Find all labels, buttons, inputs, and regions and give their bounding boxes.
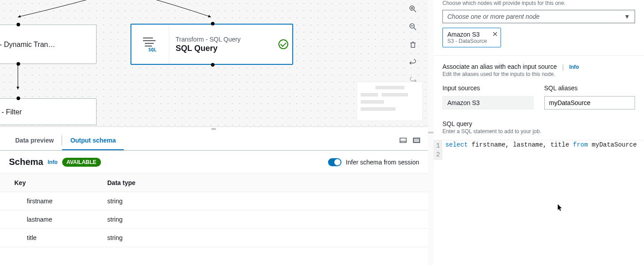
node-subtitle: Transform - SQL Query	[176, 36, 268, 43]
sql-transform-icon: SQL	[131, 25, 169, 64]
node-title: form - Filter	[0, 108, 90, 116]
alias-desc: Edit the aliases used for the inputs to …	[442, 71, 635, 77]
properties-panel: Choose which nodes will provide inputs f…	[434, 0, 644, 265]
zoom-out-icon[interactable]	[407, 21, 419, 33]
svg-rect-16	[413, 138, 420, 143]
bottom-panel: Data preview Output schema Schema Info A…	[0, 130, 428, 265]
chip-title: Amazon S3	[447, 31, 487, 38]
mouse-cursor-icon	[558, 204, 563, 211]
close-icon[interactable]: ✕	[492, 30, 498, 38]
input-source-field	[442, 96, 534, 109]
info-link[interactable]: Info	[569, 64, 579, 70]
info-link[interactable]: Info	[48, 159, 58, 165]
sql-query-title: SQL query	[442, 120, 635, 127]
chip-subtitle: S3 - DataSource	[447, 38, 487, 44]
horizontal-resize-handle[interactable]: ═	[0, 127, 428, 130]
node-filter[interactable]: form - Filter	[0, 98, 97, 125]
undo-icon[interactable]	[407, 56, 419, 69]
svg-line-11	[414, 28, 416, 30]
infer-schema-toggle[interactable]	[328, 158, 341, 166]
node-title: orm - Dynamic Tran…	[0, 41, 90, 49]
tab-data-preview[interactable]: Data preview	[7, 130, 62, 150]
node-sql-query[interactable]: SQL Transform - SQL Query SQL Query	[130, 24, 293, 65]
expand-icon[interactable]	[412, 136, 421, 145]
canvas-toolbar	[407, 0, 423, 87]
vertical-resize-handle[interactable]: ║	[428, 0, 434, 265]
table-row: lastname string	[0, 210, 428, 229]
node-title: SQL Query	[176, 44, 268, 53]
line-gutter: 1 2	[434, 140, 442, 160]
svg-rect-13	[400, 138, 406, 143]
status-badge: AVAILABLE	[62, 158, 101, 167]
svg-line-7	[414, 10, 416, 12]
alias-title: Associate an alias with each input sourc…	[442, 63, 557, 70]
chevron-down-icon: ▼	[624, 13, 630, 20]
status-ok-icon	[274, 39, 292, 49]
input-sources-label: Input sources	[442, 84, 534, 92]
sql-alias-field[interactable]	[544, 96, 636, 109]
sql-editor[interactable]: 1 2 select firstname, lastname, title fr…	[434, 140, 644, 160]
parent-node-select[interactable]: Choose one or more parent node ▼	[442, 10, 635, 23]
delete-icon[interactable]	[407, 38, 419, 51]
toggle-label: Infer schema from session	[346, 159, 419, 166]
node-dynamic-transform[interactable]: orm - Dynamic Tran…	[0, 25, 97, 64]
parent-nodes-desc: Choose which nodes will provide inputs f…	[442, 0, 635, 6]
minimap[interactable]	[357, 82, 423, 121]
collapse-icon[interactable]	[399, 136, 408, 145]
sql-query-desc: Enter a SQL statement to add to your job…	[442, 128, 635, 135]
code-content[interactable]: select firstname, lastname, title from m…	[442, 140, 640, 160]
svg-text:SQL: SQL	[148, 47, 156, 52]
parent-chip: Amazon S3 S3 - DataSource ✕	[442, 28, 501, 47]
col-datatype: Data type	[98, 174, 428, 192]
schema-title: Schema	[9, 157, 43, 167]
schema-table: Key Data type firstname string lastname …	[0, 173, 428, 247]
sql-aliases-label: SQL aliases	[544, 84, 636, 92]
zoom-in-icon[interactable]	[407, 3, 419, 15]
col-key: Key	[0, 174, 98, 192]
table-row: title string	[0, 229, 428, 247]
table-row: firstname string	[0, 192, 428, 210]
tab-output-schema[interactable]: Output schema	[62, 130, 124, 150]
visual-canvas[interactable]: orm - Dynamic Tran… SQL Transfor	[0, 0, 428, 127]
